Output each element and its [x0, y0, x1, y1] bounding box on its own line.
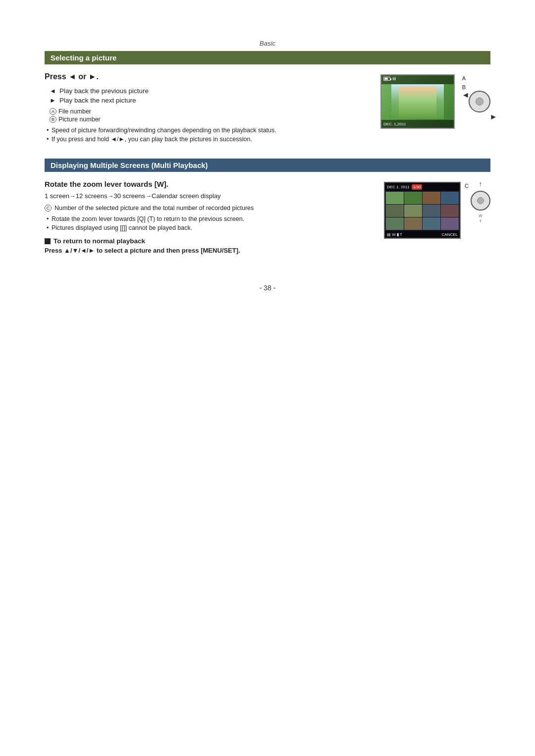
right-arrow-symbol: ► [50, 97, 56, 104]
nav-center-btn-2[interactable] [477, 197, 484, 204]
note-1: Speed of picture forwarding/rewinding ch… [47, 127, 371, 134]
rotate-heading: Rotate the zoom lever towards [W]. [45, 180, 374, 188]
nav-wheel-2[interactable] [471, 191, 490, 211]
circle-b: B [50, 116, 56, 123]
zoom-wheel-area: ↑ W T [471, 180, 490, 223]
section2: Displaying Multiple Screens (Multi Playb… [45, 159, 490, 254]
section2-header: Displaying Multiple Screens (Multi Playb… [45, 159, 490, 172]
thumb-9 [386, 217, 404, 230]
portrait-figure [399, 87, 436, 119]
nav-center-btn-1[interactable] [476, 98, 483, 106]
thumb-2 [404, 192, 422, 204]
section1-content: Press ◄ or ►. ◄ Play back the previous p… [45, 72, 490, 145]
label-b-text: Picture number [58, 116, 101, 123]
zoom-t-label: T [480, 219, 482, 223]
thumb-5 [386, 205, 404, 217]
label-list: A File number B Picture number [50, 108, 371, 123]
section2-content: Rotate the zoom lever towards [W]. 1 scr… [45, 180, 490, 254]
camera-bottom-bar: DEC. 1,2011 [381, 120, 454, 128]
thumb-4 [441, 192, 459, 204]
label-b-indicator: B [462, 84, 466, 90]
thumb-7 [423, 205, 440, 217]
camera-top-bar: ▤ [383, 76, 396, 81]
circle-a: A [50, 108, 56, 115]
portrait-bg [391, 84, 444, 119]
press-heading: Press ◄ or ►. [45, 72, 371, 81]
nav-wheel-container-1: ◄ ► [469, 91, 490, 112]
camera2-bottom-status: ▤ W ▮ T CANCEL [385, 231, 460, 238]
left-arrow-symbol: ◄ [50, 87, 56, 95]
thumb-3 [423, 192, 440, 204]
camera2-top-status: DEC 1, 2011 1/30 [385, 183, 460, 191]
next-text: Play back the next picture [59, 97, 136, 104]
camera-screen-wrapper-1: ▤ DEC. 1,2011 A B [380, 74, 455, 129]
camera-screen-1: ▤ DEC. 1,2011 [380, 74, 455, 129]
circle-note-text: Number of the selected picture and the t… [54, 205, 254, 212]
camera2-icons: ▤ W ▮ T [387, 232, 402, 237]
ab-labels: A B [462, 75, 466, 90]
count-badge: 1/30 [412, 184, 423, 190]
section1: Selecting a picture Press ◄ or ►. ◄ Play… [45, 51, 490, 145]
thumb-8 [441, 205, 459, 217]
press-instruction: Press ▲/▼/◄/► to select a picture and th… [45, 247, 374, 254]
page-number: - 38 - [45, 284, 490, 292]
page-container: Basic Selecting a picture Press ◄ or ►. … [0, 0, 535, 331]
bullet-item-next: ► Play back the next picture [50, 97, 371, 104]
label-a-text: File number [58, 108, 91, 115]
label-a: A File number [50, 108, 371, 115]
square-bullet-icon [45, 238, 51, 244]
section1-header: Selecting a picture [45, 51, 490, 64]
thumb-12 [441, 217, 459, 230]
rotate-text: Rotate the zoom lever towards [W]. [45, 180, 168, 188]
card-icon: ▤ [392, 76, 396, 81]
camera2-date: DEC 1, 2011 [387, 185, 410, 189]
rotate-subtext: 1 screen→12 screens→30 screens→Calendar … [45, 192, 374, 200]
thumb-11 [423, 217, 440, 230]
battery-fill [384, 78, 388, 80]
multi-grid [385, 191, 460, 231]
prev-text: Play back the previous picture [59, 87, 149, 95]
nav-wheel-1[interactable] [469, 91, 490, 112]
circle-note-c: C Number of the selected picture and the… [45, 205, 374, 212]
basic-label: Basic [45, 40, 490, 47]
thumb-1 [386, 192, 404, 204]
nav-right-arrow: ► [489, 112, 497, 121]
note-bullet-list-2: Rotate the zoom lever towards [Q] (T) to… [47, 216, 374, 231]
section2-left: Rotate the zoom lever towards [W]. 1 scr… [45, 180, 374, 254]
note-s2-2: Pictures displayed using [[]] cannot be … [47, 224, 374, 231]
section1-left: Press ◄ or ►. ◄ Play back the previous p… [45, 72, 371, 145]
nav-left-arrow: ◄ [462, 91, 470, 100]
camera-screen-2: DEC 1, 2011 1/30 [384, 182, 461, 239]
camera-area-1: ▤ DEC. 1,2011 A B [380, 74, 490, 129]
zoom-up-arrow: ↑ [479, 180, 482, 188]
to-return-heading: To return to normal playback [45, 237, 374, 245]
camera2-wrapper: DEC 1, 2011 1/30 [384, 182, 461, 239]
camera2-cancel: CANCEL [442, 232, 458, 237]
battery-icon [383, 77, 390, 81]
label-b: B Picture number [50, 116, 371, 123]
circle-c: C [45, 205, 52, 212]
thumb-10 [404, 217, 422, 230]
label-a-indicator: A [462, 75, 466, 81]
thumb-6 [404, 205, 422, 217]
bullet-item-prev: ◄ Play back the previous picture [50, 87, 371, 95]
note-2: If you press and hold ◄/►, you can play … [47, 136, 371, 143]
to-return-text: To return to normal playback [54, 237, 145, 245]
c-label-indicator: C [465, 183, 469, 189]
zoom-w-label: W [479, 214, 482, 218]
note-list-1: Speed of picture forwarding/rewinding ch… [47, 127, 371, 143]
note-s2-1: Rotate the zoom lever towards [Q] (T) to… [47, 216, 374, 222]
camera-date: DEC. 1,2011 [383, 122, 406, 126]
bullet-list: ◄ Play back the previous picture ► Play … [50, 87, 371, 104]
zoom-labels: W T [479, 214, 482, 223]
